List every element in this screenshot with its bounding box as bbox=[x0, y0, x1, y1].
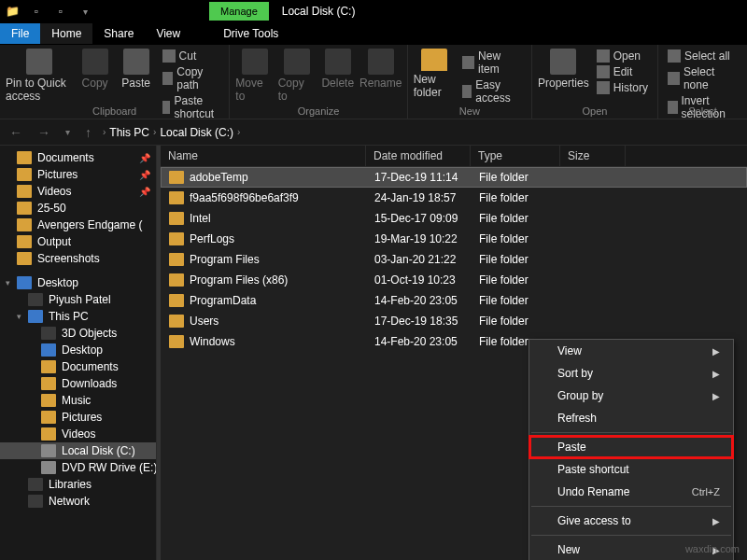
history-button[interactable]: History bbox=[593, 80, 652, 95]
move-label: Move to bbox=[235, 77, 274, 103]
copy-button[interactable]: Copy bbox=[77, 49, 114, 90]
ctx-paste[interactable]: Paste bbox=[529, 436, 733, 458]
copy-path-button[interactable]: Copy path bbox=[159, 64, 224, 92]
folder-icon bbox=[169, 191, 184, 204]
tab-home[interactable]: Home bbox=[40, 23, 92, 44]
tree-local-disk-c[interactable]: Local Disk (C:) bbox=[0, 442, 156, 459]
qat-item-icon[interactable]: ▫ bbox=[50, 1, 71, 21]
tree-pictures[interactable]: Pictures📌 bbox=[0, 166, 156, 183]
app-icon: 📁 bbox=[2, 1, 22, 21]
manage-tab[interactable]: Manage bbox=[209, 2, 269, 21]
ctx-paste-shortcut[interactable]: Paste shortcut bbox=[529, 458, 733, 481]
tree-label: Documents bbox=[37, 151, 94, 164]
navigation-tree[interactable]: Documents📌 Pictures📌 Videos📌 25-50 Aveng… bbox=[0, 146, 157, 560]
table-row[interactable]: Users17-Dec-19 18:35File folder bbox=[161, 311, 747, 331]
ctx-label: Sort by bbox=[557, 367, 593, 380]
select-all-button[interactable]: Select all bbox=[664, 49, 741, 63]
ctx-give-access[interactable]: Give access to▶ bbox=[529, 510, 733, 532]
table-row[interactable]: Program Files (x86)01-Oct-19 10:23File f… bbox=[161, 270, 747, 290]
tree-output[interactable]: Output bbox=[0, 233, 156, 250]
tree-libraries[interactable]: Libraries bbox=[0, 476, 156, 493]
move-to-button[interactable]: Move to bbox=[235, 49, 274, 103]
tab-share[interactable]: Share bbox=[92, 23, 145, 44]
nav-history-icon[interactable]: ▾ bbox=[62, 127, 74, 137]
nav-up-icon[interactable]: ↑ bbox=[81, 125, 95, 140]
tree-label: This PC bbox=[49, 310, 89, 323]
open-button[interactable]: Open bbox=[593, 49, 652, 63]
table-row[interactable]: PerfLogs19-Mar-19 10:22File folder bbox=[161, 229, 747, 249]
tree-label: Videos bbox=[37, 185, 71, 198]
window-title: Local Disk (C:) bbox=[282, 5, 356, 18]
tree-tmusic[interactable]: Music bbox=[0, 392, 156, 409]
folder-icon bbox=[41, 360, 56, 373]
tree-network[interactable]: Network bbox=[0, 493, 156, 510]
col-name[interactable]: Name bbox=[161, 146, 366, 166]
nav-forward-icon[interactable]: → bbox=[34, 125, 54, 140]
cut-button[interactable]: Cut bbox=[159, 49, 224, 63]
file-date: 14-Feb-20 23:05 bbox=[367, 335, 472, 348]
tree-desktop[interactable]: ▾Desktop bbox=[0, 274, 156, 291]
file-date: 15-Dec-17 09:09 bbox=[367, 212, 472, 225]
table-row[interactable]: adobeTemp17-Dec-19 11:14File folder bbox=[161, 167, 747, 188]
col-size[interactable]: Size bbox=[560, 146, 626, 166]
copy-to-label: Copy to bbox=[278, 77, 316, 103]
qat-item-icon[interactable]: ▫ bbox=[26, 1, 47, 21]
col-type[interactable]: Type bbox=[471, 146, 560, 166]
properties-button[interactable]: Properties bbox=[538, 49, 589, 90]
ctx-view[interactable]: View▶ bbox=[529, 340, 733, 362]
tree-2550[interactable]: 25-50 bbox=[0, 200, 156, 217]
paste-button[interactable]: Paste bbox=[118, 49, 155, 90]
tree-3dobjects[interactable]: 3D Objects bbox=[0, 325, 156, 342]
context-menu: View▶ Sort by▶ Group by▶ Refresh Paste P… bbox=[529, 339, 734, 560]
folder-icon bbox=[17, 218, 32, 231]
address-bar[interactable]: › This PC › Local Disk (C:) › bbox=[103, 126, 240, 139]
ctx-undo[interactable]: Undo RenameCtrl+Z bbox=[529, 481, 733, 503]
chevron-down-icon[interactable]: ▾ bbox=[17, 312, 21, 321]
tree-dvd[interactable]: DVD RW Drive (E:) bbox=[0, 459, 156, 476]
tree-documents[interactable]: Documents📌 bbox=[0, 149, 156, 166]
delete-button[interactable]: Delete bbox=[319, 49, 357, 90]
folder-icon bbox=[169, 171, 184, 184]
table-row[interactable]: Intel15-Dec-17 09:09File folder bbox=[161, 208, 747, 229]
nav-back-icon[interactable]: ← bbox=[6, 125, 26, 140]
tree-tpictures[interactable]: Pictures bbox=[0, 409, 156, 426]
new-item-button[interactable]: New item bbox=[458, 49, 526, 77]
ctx-sortby[interactable]: Sort by▶ bbox=[529, 362, 733, 385]
tree-tdownloads[interactable]: Downloads bbox=[0, 375, 156, 392]
separator bbox=[531, 535, 731, 536]
select-none-label: Select none bbox=[684, 65, 738, 91]
easy-access-button[interactable]: Easy access bbox=[458, 77, 526, 105]
tree-tdocuments[interactable]: Documents bbox=[0, 358, 156, 375]
col-date[interactable]: Date modified bbox=[366, 146, 471, 166]
qat-dropdown-icon[interactable]: ▾ bbox=[75, 1, 95, 21]
copy-to-button[interactable]: Copy to bbox=[278, 49, 316, 103]
ctx-refresh[interactable]: Refresh bbox=[529, 407, 733, 429]
tree-avengers[interactable]: Avengers Endgame ( bbox=[0, 217, 156, 233]
tree-screenshots[interactable]: Screenshots bbox=[0, 250, 156, 267]
tree-label: Videos bbox=[62, 427, 95, 441]
tab-drive-tools[interactable]: Drive Tools bbox=[212, 23, 289, 44]
edit-button[interactable]: Edit bbox=[593, 64, 652, 79]
new-folder-label: New folder bbox=[414, 73, 455, 99]
tree-tdesktop[interactable]: Desktop bbox=[0, 342, 156, 358]
edit-icon bbox=[597, 65, 610, 78]
tab-view[interactable]: View bbox=[145, 23, 191, 44]
table-row[interactable]: Program Files03-Jan-20 21:22File folder bbox=[161, 249, 747, 270]
table-row[interactable]: f9aa5f698f96be6af3f924-Jan-19 18:57File … bbox=[161, 188, 747, 208]
table-row[interactable]: ProgramData14-Feb-20 23:05File folder bbox=[161, 290, 747, 311]
new-folder-button[interactable]: New folder bbox=[414, 49, 455, 99]
file-type: File folder bbox=[472, 253, 561, 266]
pin-button[interactable]: Pin to Quick access bbox=[6, 49, 73, 103]
rename-button[interactable]: Rename bbox=[360, 49, 402, 90]
tree-tvideos[interactable]: Videos bbox=[0, 426, 156, 442]
tree-user[interactable]: Piyush Patel bbox=[0, 291, 156, 308]
tree-videos[interactable]: Videos📌 bbox=[0, 183, 156, 200]
select-none-button[interactable]: Select none bbox=[664, 64, 741, 92]
chevron-down-icon[interactable]: ▾ bbox=[6, 278, 10, 287]
breadcrumb-thispc[interactable]: This PC bbox=[109, 126, 149, 139]
ctx-groupby[interactable]: Group by▶ bbox=[529, 385, 733, 407]
tree-thispc[interactable]: ▾This PC bbox=[0, 308, 156, 325]
breadcrumb-location[interactable]: Local Disk (C:) bbox=[160, 126, 233, 139]
tab-file[interactable]: File bbox=[0, 23, 40, 44]
folder-icon bbox=[169, 212, 184, 225]
